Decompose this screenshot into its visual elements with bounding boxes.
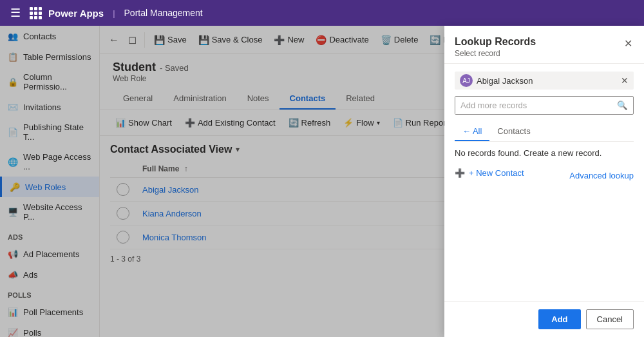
chip-remove-button[interactable]: ✕: [621, 75, 629, 86]
search-button[interactable]: 🔍: [612, 97, 633, 114]
add-button[interactable]: Add: [538, 309, 580, 329]
lookup-tabs: ← All Contacts: [455, 122, 634, 142]
lookup-header: Lookup Records Select record ✕: [444, 26, 644, 64]
new-contact-link[interactable]: ➕ + New Contact: [455, 168, 524, 178]
lookup-close-button[interactable]: ✕: [623, 36, 634, 51]
topbar-separator: |: [113, 8, 115, 18]
lookup-title: Lookup Records: [455, 36, 536, 48]
topbar: ☰ Power Apps | Portal Management: [0, 0, 644, 26]
grid-icon[interactable]: [30, 7, 42, 19]
no-records-message: No records found. Create a new record.: [455, 148, 634, 158]
selected-chip: AJ Abigal Jackson ✕: [455, 72, 634, 90]
portal-name: Portal Management: [124, 8, 203, 18]
cancel-button[interactable]: Cancel: [586, 309, 634, 329]
hamburger-button[interactable]: ☰: [8, 3, 23, 23]
lookup-tab-contacts[interactable]: Contacts: [489, 122, 538, 141]
search-input[interactable]: [455, 97, 612, 114]
chip-avatar: AJ: [460, 74, 473, 87]
advanced-lookup-link[interactable]: Advanced lookup: [569, 171, 634, 180]
lookup-panel: Lookup Records Select record ✕ AJ Abigal…: [444, 26, 644, 337]
search-icon: 🔍: [617, 101, 628, 110]
chip-name: Abigal Jackson: [477, 76, 617, 86]
lookup-tab-all[interactable]: ← All: [455, 122, 489, 141]
app-name: Power Apps: [48, 8, 104, 19]
new-contact-plus-icon: ➕: [455, 168, 465, 178]
lookup-subtitle: Select record: [455, 49, 536, 58]
search-box: 🔍: [455, 96, 634, 115]
lookup-footer: Add Cancel: [444, 301, 644, 337]
lookup-body: AJ Abigal Jackson ✕ 🔍 ← All Contacts No …: [444, 64, 644, 301]
